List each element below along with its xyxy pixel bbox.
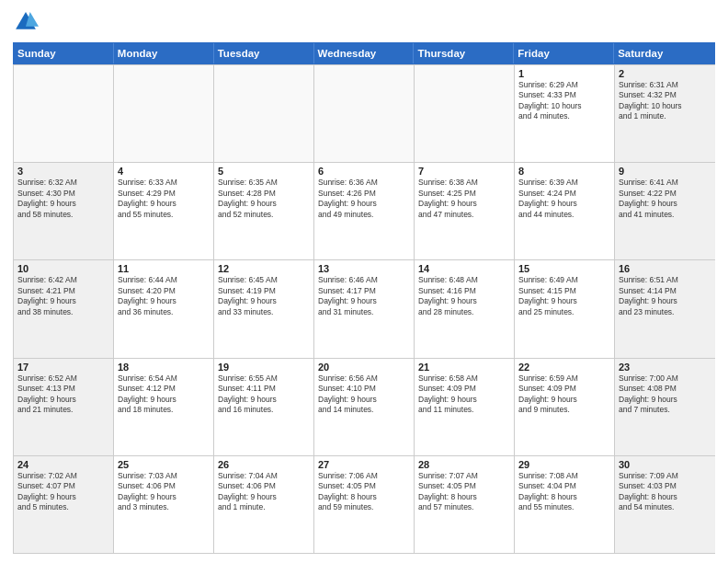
calendar-cell: 14Sunrise: 6:48 AM Sunset: 4:16 PM Dayli… <box>415 260 515 357</box>
calendar: SundayMondayTuesdayWednesdayThursdayFrid… <box>13 42 715 554</box>
day-number: 6 <box>318 166 410 177</box>
calendar-cell: 21Sunrise: 6:58 AM Sunset: 4:09 PM Dayli… <box>415 359 515 455</box>
day-info: Sunrise: 6:41 AM Sunset: 4:22 PM Dayligh… <box>619 178 711 220</box>
page: SundayMondayTuesdayWednesdayThursdayFrid… <box>0 0 728 563</box>
day-number: 1 <box>518 68 610 79</box>
day-number: 21 <box>418 362 510 373</box>
day-number: 2 <box>619 68 711 79</box>
weekday-header: Monday <box>114 43 214 63</box>
day-number: 17 <box>17 362 109 373</box>
day-info: Sunrise: 6:31 AM Sunset: 4:32 PM Dayligh… <box>619 80 711 122</box>
calendar-cell: 30Sunrise: 7:09 AM Sunset: 4:03 PM Dayli… <box>615 456 715 553</box>
day-info: Sunrise: 7:08 AM Sunset: 4:04 PM Dayligh… <box>518 471 610 513</box>
day-number: 10 <box>17 263 109 274</box>
calendar-cell: 13Sunrise: 6:46 AM Sunset: 4:17 PM Dayli… <box>314 260 415 357</box>
day-info: Sunrise: 6:33 AM Sunset: 4:29 PM Dayligh… <box>118 178 210 220</box>
day-number: 28 <box>418 459 510 470</box>
day-number: 12 <box>218 263 310 274</box>
calendar-row: 10Sunrise: 6:42 AM Sunset: 4:21 PM Dayli… <box>14 259 715 357</box>
day-number: 9 <box>619 166 711 177</box>
day-info: Sunrise: 6:59 AM Sunset: 4:09 PM Dayligh… <box>518 373 610 416</box>
calendar-row: 1Sunrise: 6:29 AM Sunset: 4:33 PM Daylig… <box>14 64 715 162</box>
calendar-cell: 2Sunrise: 6:31 AM Sunset: 4:32 PM Daylig… <box>615 65 715 162</box>
calendar-cell: 26Sunrise: 7:04 AM Sunset: 4:06 PM Dayli… <box>214 456 314 553</box>
day-info: Sunrise: 6:36 AM Sunset: 4:26 PM Dayligh… <box>318 178 410 220</box>
calendar-cell: 18Sunrise: 6:54 AM Sunset: 4:12 PM Dayli… <box>114 359 214 455</box>
day-info: Sunrise: 6:35 AM Sunset: 4:28 PM Dayligh… <box>218 178 310 220</box>
calendar-cell: 4Sunrise: 6:33 AM Sunset: 4:29 PM Daylig… <box>114 163 214 259</box>
day-info: Sunrise: 7:02 AM Sunset: 4:07 PM Dayligh… <box>17 471 109 513</box>
calendar-cell: 6Sunrise: 6:36 AM Sunset: 4:26 PM Daylig… <box>314 163 415 259</box>
calendar-cell: 27Sunrise: 7:06 AM Sunset: 4:05 PM Dayli… <box>314 456 415 553</box>
weekday-header: Thursday <box>414 43 514 63</box>
calendar-cell <box>415 65 515 162</box>
day-info: Sunrise: 7:09 AM Sunset: 4:03 PM Dayligh… <box>619 471 711 513</box>
calendar-cell: 16Sunrise: 6:51 AM Sunset: 4:14 PM Dayli… <box>615 260 715 357</box>
day-info: Sunrise: 6:42 AM Sunset: 4:21 PM Dayligh… <box>17 275 109 317</box>
calendar-cell: 7Sunrise: 6:38 AM Sunset: 4:25 PM Daylig… <box>415 163 515 259</box>
calendar-cell: 12Sunrise: 6:45 AM Sunset: 4:19 PM Dayli… <box>214 260 314 357</box>
day-number: 11 <box>118 263 210 274</box>
calendar-cell: 15Sunrise: 6:49 AM Sunset: 4:15 PM Dayli… <box>515 260 615 357</box>
calendar-row: 3Sunrise: 6:32 AM Sunset: 4:30 PM Daylig… <box>14 162 715 259</box>
calendar-cell: 11Sunrise: 6:44 AM Sunset: 4:20 PM Dayli… <box>114 260 214 357</box>
day-number: 16 <box>619 263 711 274</box>
logo <box>13 9 42 35</box>
day-info: Sunrise: 6:54 AM Sunset: 4:12 PM Dayligh… <box>118 373 210 416</box>
day-number: 22 <box>518 362 610 373</box>
day-info: Sunrise: 6:49 AM Sunset: 4:15 PM Dayligh… <box>518 275 610 317</box>
day-info: Sunrise: 7:04 AM Sunset: 4:06 PM Dayligh… <box>218 471 310 513</box>
header <box>13 9 715 35</box>
weekday-header: Tuesday <box>214 43 314 63</box>
day-number: 26 <box>218 459 310 470</box>
day-info: Sunrise: 6:55 AM Sunset: 4:11 PM Dayligh… <box>218 373 310 416</box>
calendar-cell <box>114 65 214 162</box>
day-number: 8 <box>518 166 610 177</box>
day-info: Sunrise: 6:45 AM Sunset: 4:19 PM Dayligh… <box>218 275 310 317</box>
calendar-cell: 5Sunrise: 6:35 AM Sunset: 4:28 PM Daylig… <box>214 163 314 259</box>
weekday-header: Friday <box>514 43 614 63</box>
day-info: Sunrise: 7:00 AM Sunset: 4:08 PM Dayligh… <box>619 373 711 416</box>
calendar-cell: 3Sunrise: 6:32 AM Sunset: 4:30 PM Daylig… <box>14 163 114 259</box>
calendar-cell: 29Sunrise: 7:08 AM Sunset: 4:04 PM Dayli… <box>515 456 615 553</box>
day-info: Sunrise: 6:39 AM Sunset: 4:24 PM Dayligh… <box>518 178 610 220</box>
calendar-cell: 8Sunrise: 6:39 AM Sunset: 4:24 PM Daylig… <box>515 163 615 259</box>
calendar-cell: 10Sunrise: 6:42 AM Sunset: 4:21 PM Dayli… <box>14 260 114 357</box>
day-number: 25 <box>118 459 210 470</box>
day-number: 23 <box>619 362 711 373</box>
day-number: 24 <box>17 459 109 470</box>
day-number: 14 <box>418 263 510 274</box>
day-number: 7 <box>418 166 510 177</box>
day-info: Sunrise: 6:44 AM Sunset: 4:20 PM Dayligh… <box>118 275 210 317</box>
day-info: Sunrise: 6:38 AM Sunset: 4:25 PM Dayligh… <box>418 178 510 220</box>
day-info: Sunrise: 6:52 AM Sunset: 4:13 PM Dayligh… <box>17 373 109 416</box>
day-info: Sunrise: 7:06 AM Sunset: 4:05 PM Dayligh… <box>318 471 410 513</box>
calendar-cell: 9Sunrise: 6:41 AM Sunset: 4:22 PM Daylig… <box>615 163 715 259</box>
weekday-header: Wednesday <box>314 43 415 63</box>
weekday-header: Sunday <box>14 43 114 63</box>
calendar-cell: 25Sunrise: 7:03 AM Sunset: 4:06 PM Dayli… <box>114 456 214 553</box>
day-info: Sunrise: 6:56 AM Sunset: 4:10 PM Dayligh… <box>318 373 410 416</box>
calendar-header: SundayMondayTuesdayWednesdayThursdayFrid… <box>13 42 715 64</box>
weekday-header: Saturday <box>614 43 714 63</box>
day-number: 20 <box>318 362 410 373</box>
calendar-cell: 28Sunrise: 7:07 AM Sunset: 4:05 PM Dayli… <box>415 456 515 553</box>
day-number: 27 <box>318 459 410 470</box>
day-number: 29 <box>518 459 610 470</box>
calendar-row: 17Sunrise: 6:52 AM Sunset: 4:13 PM Dayli… <box>14 358 715 455</box>
calendar-cell <box>14 65 114 162</box>
day-number: 15 <box>518 263 610 274</box>
calendar-cell: 23Sunrise: 7:00 AM Sunset: 4:08 PM Dayli… <box>615 359 715 455</box>
logo-icon <box>13 9 39 35</box>
calendar-cell <box>314 65 415 162</box>
day-info: Sunrise: 7:07 AM Sunset: 4:05 PM Dayligh… <box>418 471 510 513</box>
day-info: Sunrise: 6:58 AM Sunset: 4:09 PM Dayligh… <box>418 373 510 416</box>
day-number: 19 <box>218 362 310 373</box>
calendar-body: 1Sunrise: 6:29 AM Sunset: 4:33 PM Daylig… <box>13 64 715 554</box>
day-info: Sunrise: 6:46 AM Sunset: 4:17 PM Dayligh… <box>318 275 410 317</box>
day-info: Sunrise: 6:48 AM Sunset: 4:16 PM Dayligh… <box>418 275 510 317</box>
day-info: Sunrise: 6:51 AM Sunset: 4:14 PM Dayligh… <box>619 275 711 317</box>
day-info: Sunrise: 6:29 AM Sunset: 4:33 PM Dayligh… <box>518 80 610 122</box>
day-number: 5 <box>218 166 310 177</box>
calendar-cell: 1Sunrise: 6:29 AM Sunset: 4:33 PM Daylig… <box>515 65 615 162</box>
